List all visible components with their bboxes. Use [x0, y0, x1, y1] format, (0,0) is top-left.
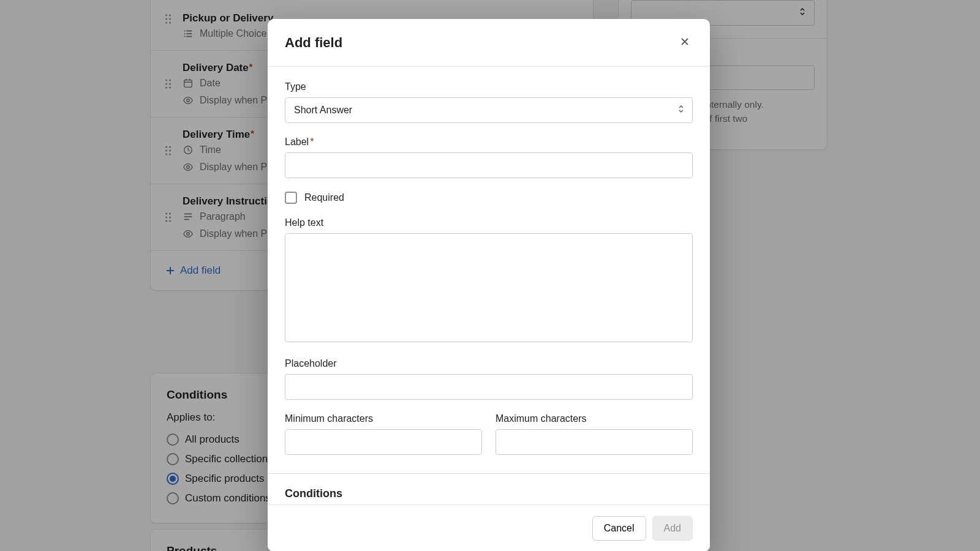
add-button[interactable]: Add: [652, 516, 693, 541]
checkbox-icon: [285, 192, 297, 204]
help-text-label: Help text: [285, 217, 693, 228]
conditions-heading: Conditions: [285, 487, 693, 500]
placeholder-input[interactable]: [285, 374, 693, 400]
close-button[interactable]: [677, 34, 693, 51]
modal-footer: Cancel Add: [268, 504, 710, 551]
cancel-button[interactable]: Cancel: [592, 516, 646, 541]
modal-conditions-section: Conditions Add condition: [268, 473, 710, 504]
required-label: Required: [304, 192, 344, 203]
label-input[interactable]: [285, 152, 693, 178]
type-value: Short Answer: [294, 105, 352, 116]
min-chars-label: Minimum characters: [285, 413, 482, 424]
type-select[interactable]: Short Answer: [285, 97, 693, 123]
type-label: Type: [285, 81, 693, 92]
label-label: Label*: [285, 137, 693, 148]
modal-title: Add field: [285, 35, 342, 51]
placeholder-label: Placeholder: [285, 358, 693, 369]
max-chars-input[interactable]: [496, 429, 693, 455]
help-text-input[interactable]: [285, 233, 693, 342]
modal-header: Add field: [268, 19, 710, 67]
required-checkbox-row[interactable]: Required: [285, 192, 693, 204]
select-caret-icon: [677, 105, 685, 116]
min-chars-input[interactable]: [285, 429, 482, 455]
modal-body: Type Short Answer Label* Required He: [268, 67, 710, 504]
close-icon: [679, 36, 690, 47]
max-chars-label: Maximum characters: [496, 413, 693, 424]
add-field-modal: Add field Type Short Answer Label*: [268, 19, 710, 551]
